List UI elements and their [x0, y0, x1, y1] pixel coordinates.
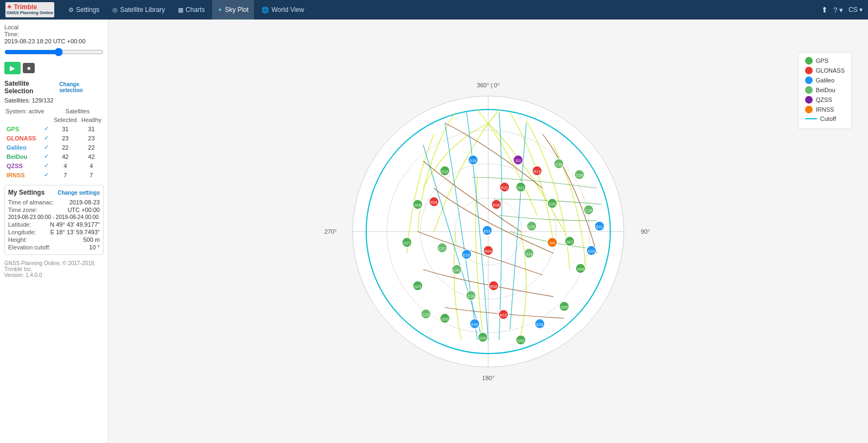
selected-count: 23 [52, 133, 79, 143]
change-selection-link[interactable]: Change selection [59, 81, 104, 93]
satellite-row: GPS ✓ 31 31 [4, 124, 104, 133]
share-button[interactable]: ⬆ [821, 5, 828, 14]
settings-key: Elevation cutoff: [8, 244, 50, 251]
settings-row: Height:500 m [8, 236, 100, 243]
settings-value: 2019-08-23 00:00 - 2019-08-24 00:00 [8, 214, 99, 220]
svg-text:R21: R21 [501, 186, 508, 190]
stop-button[interactable]: ■ [23, 63, 35, 73]
settings-row: Elevation cutoff:10 ° [8, 243, 100, 251]
svg-text:I04: I04 [550, 241, 555, 245]
svg-text:C10: C10 [585, 209, 592, 213]
sky-plot-container: 360° | 0° 90° 180° 270° [336, 80, 640, 383]
settings-key: Time zone: [8, 207, 37, 213]
time-slider[interactable] [4, 48, 104, 56]
svg-text:J01: J01 [515, 159, 521, 163]
qzss-satellites: J01 [513, 155, 523, 165]
app-logo: ✦ Trimble GNSS Planning Online [5, 2, 54, 17]
change-settings-link[interactable]: Change settings [58, 190, 100, 196]
settings-row: Time zone:UTC +00:00 [8, 206, 100, 214]
system-check[interactable]: ✓ [41, 152, 52, 161]
svg-text:G14: G14 [525, 252, 532, 256]
system-check[interactable]: ✓ [41, 133, 52, 143]
nav-world-view-label: World View [271, 6, 304, 14]
my-settings-title: My Settings Change settings [8, 189, 100, 196]
satellites-subheader: Satellites [66, 108, 90, 114]
svg-text:C28: C28 [556, 163, 563, 166]
irnss-satellites: I04 [547, 237, 557, 247]
nav-sky-plot[interactable]: ✦ Sky Plot [212, 0, 254, 20]
nav-charts-label: Charts [186, 6, 205, 14]
system-check[interactable]: ✓ [41, 143, 52, 152]
satellites-count: Satellites: 129/132 [4, 97, 104, 104]
play-button[interactable]: ▶ [4, 62, 21, 74]
svg-text:G07: G07 [566, 240, 573, 244]
svg-text:G30: G30 [479, 336, 486, 340]
legend-label-gps: GPS [816, 57, 828, 64]
current-time: 2019-08-23 18:20 UTC +00:00 [4, 38, 104, 44]
selected-count: 42 [52, 152, 79, 161]
legend-label-beidou: BeiDou [816, 87, 835, 93]
legend-label-irnss: IRNSS [816, 106, 834, 113]
svg-text:G06: G06 [414, 203, 421, 207]
system-name: GLONASS [4, 133, 41, 143]
logo-text: ✦ Trimble GNSS Planning Online [7, 4, 53, 16]
time-section: Local Time: 2019-08-23 18:20 UTC +00:00 … [4, 24, 104, 74]
system-name: Galileo [4, 143, 41, 152]
legend-label-qzss: QZSS [816, 97, 832, 103]
top-navigation: ✦ Trimble GNSS Planning Online ⚙ Setting… [0, 0, 868, 20]
svg-text:R05: R05 [431, 201, 438, 204]
footer-line1: GNSS Planning Online, © 2017-2018, Trimb… [4, 260, 104, 272]
footer-line2: Version: 1.4.0.0 [4, 272, 104, 278]
svg-text:R02: R02 [490, 285, 497, 288]
svg-text:G20: G20 [441, 317, 448, 321]
healthy-count: 4 [79, 161, 104, 170]
svg-text:C10: C10 [423, 313, 430, 317]
nav-settings[interactable]: ⚙ Settings [63, 0, 105, 20]
svg-text:E34: E34 [537, 323, 544, 326]
legend-item-glonass: GLONASS [805, 67, 845, 74]
system-check[interactable]: ✓ [41, 161, 52, 170]
svg-text:E01: E01 [484, 229, 491, 233]
satellite-table: System: active Satellites Selected Healt… [4, 107, 104, 179]
satellite-selection-label: Satellite Selection [4, 80, 59, 95]
selected-count: 22 [52, 143, 79, 152]
svg-text:C07: C07 [454, 268, 461, 272]
svg-text:G50: G50 [517, 339, 524, 343]
svg-text:E16: E16 [470, 159, 477, 163]
nav-satellite-library[interactable]: ◎ Satellite Library [107, 0, 170, 20]
settings-key: Time of almanac: [8, 199, 54, 206]
sidebar: Local Time: 2019-08-23 18:20 UTC +00:00 … [0, 20, 108, 443]
healthy-count: 22 [79, 143, 104, 152]
svg-text:C37: C37 [439, 247, 446, 251]
user-menu[interactable]: CS ▾ [848, 6, 863, 14]
legend-item-beidou: BeiDou [805, 86, 845, 94]
charts-icon: ▦ [178, 7, 183, 14]
legend-label-cutoff: Cutoff [820, 115, 836, 122]
footer: GNSS Planning Online, © 2017-2018, Trimb… [4, 260, 104, 278]
my-settings-section: My Settings Change settings Time of alma… [4, 185, 104, 255]
compass-left: 270° [324, 228, 337, 235]
satellites-columns-header: Satellites [52, 107, 104, 115]
svg-text:G10: G10 [441, 170, 448, 174]
legend-dot-galileo [805, 76, 813, 84]
nav-right-controls: ⬆ ? ▾ CS ▾ [821, 5, 863, 14]
settings-icon: ⚙ [68, 7, 74, 14]
satellite-selection-title: Satellite Selection Change selection [4, 80, 104, 95]
healthy-header: Healthy [79, 115, 104, 124]
legend-item-cutoff: Cutoff [805, 115, 845, 122]
svg-text:G21: G21 [517, 186, 524, 190]
nav-charts[interactable]: ▦ Charts [173, 0, 210, 20]
svg-text:G25: G25 [548, 202, 556, 206]
system-check[interactable]: ✓ [41, 124, 52, 133]
selected-count: 4 [52, 161, 79, 170]
svg-text:G04: G04 [577, 267, 584, 271]
svg-text:G27: G27 [403, 241, 410, 245]
nav-world-view[interactable]: 🌐 World View [256, 0, 309, 20]
system-check[interactable]: ✓ [41, 170, 52, 179]
settings-key: Height: [8, 236, 27, 243]
help-button[interactable]: ? ▾ [833, 6, 843, 14]
legend-item-galileo: Galileo [805, 76, 845, 84]
svg-text:G29: G29 [414, 285, 421, 288]
satellite-row: IRNSS ✓ 7 7 [4, 170, 104, 179]
settings-rows: Time of almanac:2019-08-23Time zone:UTC … [8, 198, 100, 251]
